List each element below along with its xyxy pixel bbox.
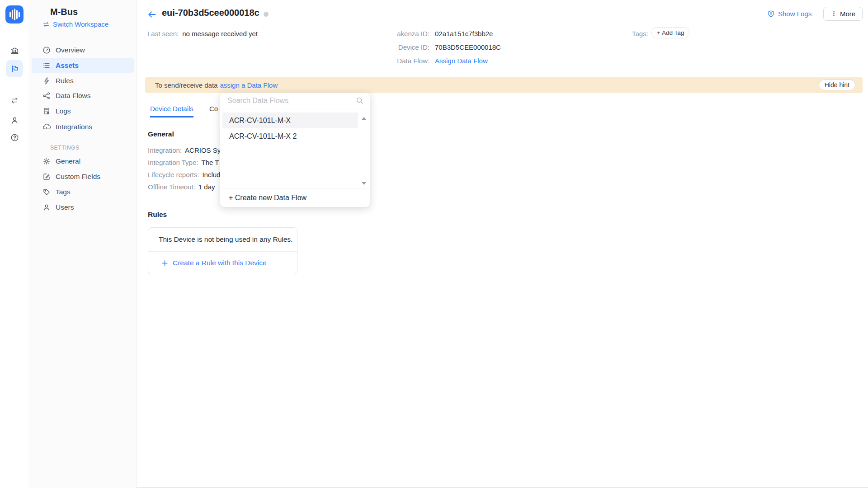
- settings-section-header: SETTINGS: [50, 145, 80, 151]
- last-seen-value: no message received yet: [182, 30, 258, 38]
- sidebar-item-label: Overview: [56, 46, 85, 54]
- last-seen-label: Last seen:: [147, 30, 179, 38]
- swap-icon[interactable]: [6, 92, 23, 109]
- more-button[interactable]: More: [823, 7, 863, 21]
- sidebar-item-users[interactable]: Users: [32, 200, 134, 215]
- device-id-label: Device ID:: [389, 43, 429, 51]
- sidebar-item-data-flows[interactable]: Data Flows: [32, 88, 134, 103]
- general-heading: General: [148, 130, 174, 138]
- sidebar-item-label: Logs: [56, 107, 71, 115]
- document-icon: [42, 107, 51, 115]
- sidebar-item-logs[interactable]: Logs: [32, 103, 134, 119]
- dropdown-item-acr-cv-101l-m-x-2[interactable]: ACR-CV-101L-M-X 2: [222, 128, 358, 144]
- general-row-lifecycle-reports: Lifecycle reports: Includ: [148, 171, 220, 178]
- sidebar-item-label: Tags: [56, 188, 71, 196]
- sidebar-item-label: General: [56, 157, 80, 165]
- field-label: Integration:: [148, 146, 182, 154]
- field-value: ACRIOS Sys: [185, 146, 224, 154]
- edit-icon: [42, 173, 51, 181]
- data-flow-row: Data Flow: Assign Data Flow: [389, 57, 501, 65]
- share-icon: [42, 92, 51, 100]
- list-icon: [42, 61, 51, 70]
- akenza-id-row: akenza ID: 02a1a151c7f3bb2e: [389, 30, 501, 38]
- hint-banner: To send/receive data assign a Data Flow …: [145, 77, 863, 93]
- create-rule-link[interactable]: Create a Rule with this Device: [148, 252, 297, 274]
- data-flow-label: Data Flow:: [389, 57, 429, 65]
- workspace-name: M-Bus: [50, 7, 78, 17]
- search-data-flows-input[interactable]: [227, 97, 356, 105]
- sidebar-item-integrations[interactable]: Integrations: [32, 119, 134, 135]
- field-value: 1 day: [198, 183, 215, 191]
- tag-icon: [42, 188, 51, 196]
- create-rule-label: Create a Rule with this Device: [173, 259, 267, 267]
- sidebar-item-assets[interactable]: Assets: [32, 58, 134, 73]
- sidebar-item-label: Data Flows: [56, 92, 91, 100]
- gear-icon: [42, 157, 51, 165]
- help-icon[interactable]: [6, 129, 23, 146]
- rules-card: This Device is not being used in any Rul…: [148, 227, 297, 274]
- data-flow-dropdown: ACR-CV-101L-M-X ACR-CV-101L-M-X 2 + Crea…: [220, 93, 370, 207]
- more-label: More: [840, 10, 855, 18]
- sidebar-item-tags[interactable]: Tags: [32, 184, 134, 200]
- main-content: eui-70b3d5cee000018c Show Logs More Last…: [137, 0, 868, 488]
- hint-text: To send/receive data: [155, 81, 217, 89]
- plus-icon: [161, 260, 168, 267]
- hide-hint-button[interactable]: Hide hint: [819, 80, 855, 90]
- rules-heading: Rules: [148, 211, 167, 219]
- akenza-logo-icon[interactable]: [5, 5, 24, 23]
- show-logs-link[interactable]: Show Logs: [767, 10, 811, 18]
- tab-second-partial[interactable]: Co: [209, 105, 218, 113]
- switch-workspace-icon: [42, 21, 50, 28]
- sidebar-item-label: Custom Fields: [56, 173, 100, 181]
- sidebar-item-label: Users: [56, 203, 74, 211]
- field-value: Includ: [202, 171, 220, 178]
- switch-workspace-label: Switch Workspace: [53, 20, 108, 28]
- sidebar-item-label: Rules: [56, 77, 74, 85]
- device-id-column: akenza ID: 02a1a151c7f3bb2e Device ID: 7…: [389, 30, 501, 65]
- add-tag-button[interactable]: + Add Tag: [651, 27, 689, 38]
- scroll-down-arrow[interactable]: [362, 182, 366, 185]
- device-id-row: Device ID: 70B3D5CEE000018C: [389, 43, 501, 51]
- status-dot: [264, 12, 269, 17]
- flag-icon[interactable]: [6, 60, 23, 77]
- show-logs-label: Show Logs: [778, 10, 811, 18]
- page-title: eui-70b3d5cee000018c: [162, 8, 259, 18]
- general-row-integration: Integration: ACRIOS Sys: [148, 146, 224, 154]
- scroll-up-arrow[interactable]: [362, 117, 366, 120]
- shield-icon: [767, 10, 775, 18]
- switch-workspace-link[interactable]: Switch Workspace: [42, 20, 108, 28]
- akenza-id-label: akenza ID:: [389, 30, 429, 38]
- user-icon[interactable]: [6, 112, 23, 129]
- akenza-id-value: 02a1a151c7f3bb2e: [435, 30, 493, 38]
- dropdown-item-acr-cv-101l-m-x[interactable]: ACR-CV-101L-M-X: [222, 113, 358, 128]
- dropdown-list: ACR-CV-101L-M-X ACR-CV-101L-M-X 2: [220, 113, 370, 191]
- gauge-icon: [42, 46, 51, 54]
- hint-assign-data-flow-link[interactable]: assign a Data Flow: [220, 81, 278, 89]
- sidebar-item-general[interactable]: General: [32, 154, 134, 169]
- back-button[interactable]: [146, 9, 158, 20]
- device-id-value: 70B3D5CEE000018C: [435, 43, 501, 51]
- kebab-icon: [830, 10, 837, 17]
- cloud-icon: [42, 123, 51, 131]
- user-icon: [42, 203, 51, 211]
- organization-icon[interactable]: [6, 42, 23, 59]
- create-new-data-flow-button[interactable]: + Create new Data Flow: [220, 188, 370, 207]
- field-value: The T: [201, 159, 219, 166]
- search-icon: [356, 97, 364, 105]
- sidebar-item-label: Integrations: [56, 123, 92, 131]
- tab-device-details[interactable]: Device Details: [150, 105, 193, 117]
- icon-rail: [0, 0, 29, 488]
- sidebar-item-custom-fields[interactable]: Custom Fields: [32, 169, 134, 184]
- field-label: Lifecycle reports:: [148, 171, 199, 178]
- rules-empty-message: This Device is not being used in any Rul…: [148, 228, 297, 252]
- general-row-offline-timeout: Offline Timeout: 1 day: [148, 183, 215, 191]
- sidebar-item-rules[interactable]: Rules: [32, 73, 134, 89]
- tags-label: Tags:: [632, 30, 648, 38]
- lightning-icon: [42, 77, 51, 85]
- sidebar-item-label: Assets: [56, 61, 79, 70]
- field-label: Integration Type:: [148, 159, 198, 166]
- sidebar-item-overview[interactable]: Overview: [32, 42, 134, 58]
- assign-data-flow-link[interactable]: Assign Data Flow: [435, 57, 488, 65]
- sidebar: M-Bus Switch Workspace Overview Assets: [29, 0, 137, 488]
- general-row-integration-type: Integration Type: The T: [148, 159, 219, 166]
